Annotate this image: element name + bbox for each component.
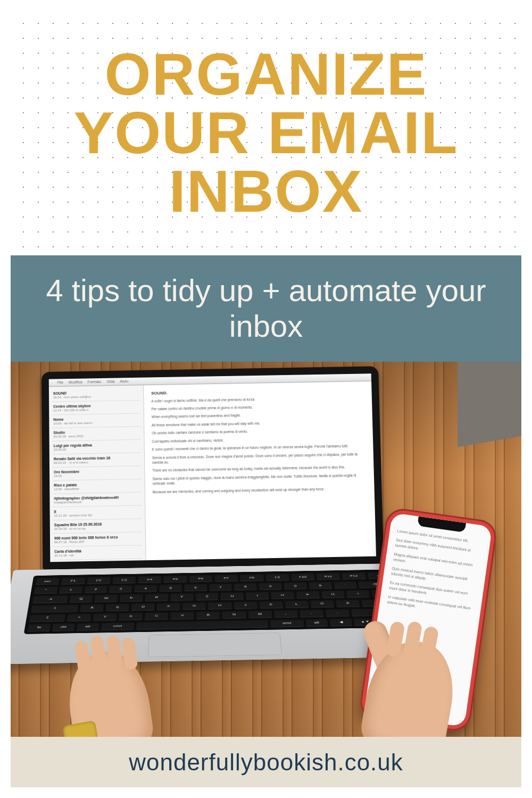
key: 2 xyxy=(84,585,107,593)
main-title: ORGANIZE YOUR EMAIL INBOX xyxy=(32,45,500,220)
mail-line: Because we are memories, and coming and … xyxy=(153,486,367,494)
mail-line: There are no obstacles that cannot be ov… xyxy=(152,464,366,473)
key: H xyxy=(208,601,231,610)
key: F11 xyxy=(316,572,340,580)
keyboard: esc F1F2F3F4F5F6F7F8F9F10F11F12⏏ °123456… xyxy=(24,569,405,634)
inbox-list: SOUND18:24 · from press.soft@coCentro ul… xyxy=(49,385,146,562)
key: F10 xyxy=(291,573,315,581)
floor xyxy=(458,362,521,447)
inbox-item: Nome13:26 · we fail to see used.c xyxy=(52,413,140,428)
key: F5 xyxy=(163,575,187,583)
mail-line: Senza a sonora il fiore a cresciuto. Dov… xyxy=(152,452,366,466)
menu-item: File xyxy=(57,380,63,384)
key: F2 xyxy=(87,576,111,584)
key: ctrl xyxy=(52,623,75,631)
key: Z xyxy=(196,592,219,600)
subtitle-bar: 4 tips to tidy up + automate your inbox xyxy=(11,255,521,362)
key: F4 xyxy=(138,576,162,584)
key: F xyxy=(157,602,180,611)
key: R xyxy=(145,593,169,601)
inbox-item: Renato Salti via vecchio tram 1809.02.19… xyxy=(53,453,141,468)
key: alt xyxy=(76,622,99,631)
inbox-item: 815.11.18 · session host trip xyxy=(53,506,142,521)
inbox-item: #photographer @vivigdanboatmodelinstagra… xyxy=(53,493,142,508)
key: 9 xyxy=(259,582,282,590)
key: 8 xyxy=(234,583,257,591)
key: G xyxy=(182,602,206,610)
key: F6 xyxy=(189,575,212,583)
key: N xyxy=(222,610,246,619)
key: F12 xyxy=(342,572,366,580)
key: K xyxy=(259,600,283,609)
key: 5 xyxy=(159,584,182,592)
key: F7 xyxy=(214,574,238,582)
mail-line: Siamo solo noi i piloti di questo viaggi… xyxy=(152,472,367,486)
key: alt xyxy=(305,618,328,627)
inbox-item: Luigi per regola attiva23.09.18 xyxy=(53,440,141,455)
inbox-item: Studio23.09.18 · carry 2019 xyxy=(52,427,140,442)
key: < xyxy=(67,613,92,621)
mail-line: Oh.ucicito tutto cantare canzone e senti… xyxy=(152,427,365,436)
key: F8 xyxy=(240,573,264,581)
key: ⇧ xyxy=(29,613,66,622)
key: V xyxy=(171,611,195,620)
trackpad xyxy=(148,633,282,657)
laptop-bezel: File Modifica Formato Vista Aiuto SOUND1… xyxy=(41,366,384,569)
key: F9 xyxy=(265,573,289,581)
key: W xyxy=(94,594,118,602)
laptop-screen: File Modifica Formato Vista Aiuto SOUND1… xyxy=(49,373,376,562)
hero-photo: File Modifica Formato Vista Aiuto SOUND1… xyxy=(11,362,521,737)
key: 6 xyxy=(184,584,207,592)
mail-reader: SOUND. A volte i sogni si fanno soffrire… xyxy=(144,381,376,561)
key: X xyxy=(119,612,143,621)
key: L xyxy=(285,600,309,609)
inbox-item: 900 numi 900 lorio 300 forino 0 orco06.0… xyxy=(53,532,142,547)
key: M xyxy=(248,610,272,618)
key: Y xyxy=(93,612,117,621)
key: esc xyxy=(35,577,60,585)
footer-bar: wonderfullybookish.co.uk xyxy=(11,737,521,787)
menu-item: Formato xyxy=(87,380,101,384)
key: ß xyxy=(309,581,332,589)
key: P xyxy=(296,591,320,598)
inbox-item: Ore Novembre19:45 xyxy=(53,466,142,481)
key: , xyxy=(273,609,298,618)
key: ° xyxy=(34,586,58,594)
menu-item: Modifica xyxy=(69,380,82,384)
key: fn xyxy=(28,623,51,631)
key: + xyxy=(346,589,370,597)
key: 7 xyxy=(209,583,232,591)
inbox-item: Squadra Bila 19 25.09.201825.09.18 · su … xyxy=(53,519,142,534)
key: U xyxy=(221,592,244,600)
key: Ü xyxy=(321,590,345,598)
key: Q xyxy=(69,594,93,602)
key: 3 xyxy=(109,585,132,593)
inbox-item: Riso e patate12:06 · classifiche xyxy=(53,479,142,494)
key: O xyxy=(271,591,294,599)
header-section: ORGANIZE YOUR EMAIL INBOX xyxy=(11,11,521,255)
inbox-item: Carta d'identità22.11.18 · cat xyxy=(53,545,142,560)
key: ⇪ xyxy=(31,604,79,612)
key: C xyxy=(145,612,169,620)
key: T xyxy=(170,593,193,601)
key: cmd xyxy=(270,619,304,627)
key: 1 xyxy=(59,586,83,594)
key: D xyxy=(131,603,155,611)
inbox-item: Centro ultima skybox11:14 · GS 106 of or… xyxy=(52,401,140,415)
key: 0 xyxy=(284,581,307,589)
key: ⇥ xyxy=(32,595,68,603)
footer-url: wonderfullybookish.co.uk xyxy=(129,749,403,776)
mail-client: SOUND18:24 · from press.soft@coCentro ul… xyxy=(49,381,376,562)
menu-item: Aiuto xyxy=(120,379,128,383)
mail-line: Per calare contro un destino crudele pri… xyxy=(152,403,365,411)
mail-line: All these emotions that make us weak tel… xyxy=(152,419,365,428)
mail-line: A volte i sogni si fanno soffrire. Ma è … xyxy=(151,395,364,403)
key: F3 xyxy=(112,576,136,584)
phone-notch xyxy=(417,517,466,533)
key: 4 xyxy=(134,584,157,592)
key: F1 xyxy=(61,577,86,585)
subtitle-text: 4 tips to tidy up + automate your inbox xyxy=(43,273,489,344)
key: Ä xyxy=(335,599,360,608)
mail-line: Com'aperto individuale chi si cambiano, … xyxy=(152,435,365,444)
key: S xyxy=(105,603,129,611)
